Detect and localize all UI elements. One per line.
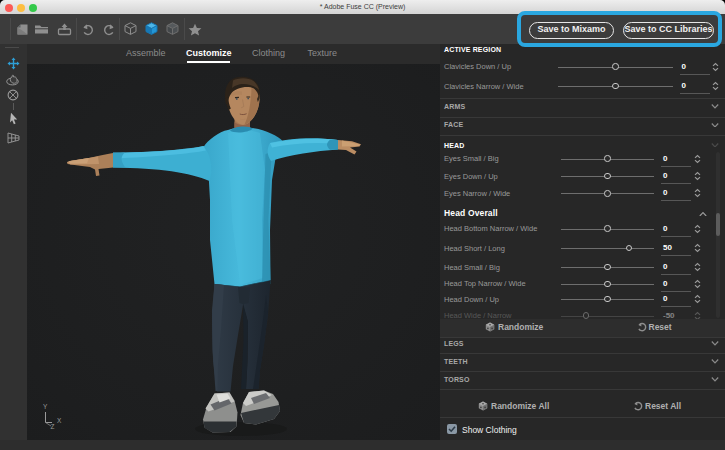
svg-text:Y: Y (43, 403, 48, 410)
svg-text:Z: Z (51, 423, 55, 430)
svg-text:X: X (57, 417, 62, 424)
